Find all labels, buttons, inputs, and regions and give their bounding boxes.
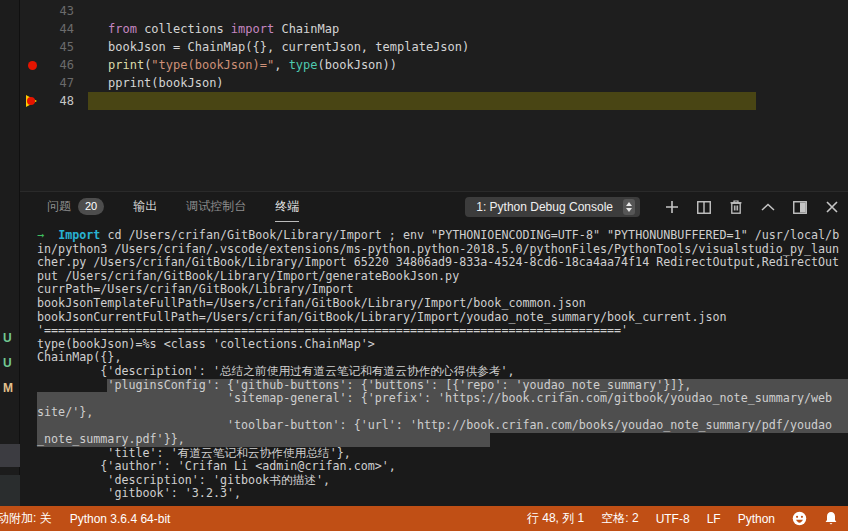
debug-current-line-icon[interactable] (20, 95, 44, 107)
panel-tab-输出[interactable]: 输出 (133, 193, 157, 222)
terminal-session-label: 1: Python Debug Console (476, 200, 613, 214)
terminal-text: in/python3 /Users/crifan/.vscode/extensi… (37, 243, 839, 257)
terminal-text: currPath=/Users/crifan/GitBook/Library/I… (37, 283, 354, 297)
terminal-text: {'description': '总结之前使用过有道云笔记和有道云协作的心得供参… (37, 365, 515, 379)
git-status-badge: M (3, 381, 17, 395)
code-token: bookJson = ChainMap({}, currentJson, tem… (108, 40, 469, 54)
terminal-output[interactable]: → Import cd /Users/crifan/GitBook/Librar… (20, 222, 848, 501)
git-status-badge: U (3, 356, 17, 370)
terminal-line: type(bookJson)=%s <class 'collections.Ch… (37, 338, 848, 352)
statusbar-item[interactable]: LF (707, 512, 721, 526)
explorer-selected-row-edge (0, 444, 20, 467)
terminal-line: {'description': '总结之前使用过有道云笔记和有道云协作的心得供参… (37, 365, 848, 379)
code-token: type (289, 58, 318, 72)
new-terminal-button[interactable] (664, 199, 680, 215)
code-line[interactable]: 48 (20, 92, 848, 110)
close-panel-button[interactable] (824, 199, 840, 215)
terminal-text: Import (58, 229, 100, 243)
statusbar-item[interactable]: 行 48, 列 1 (527, 510, 584, 527)
panel-tab-终端[interactable]: 终端 (275, 193, 299, 222)
terminal-text: cher.py /Users/crifan/GitBook/Library/Im… (37, 256, 839, 270)
terminal-text: 'sitemap-general': {'prefix': 'https://b… (37, 392, 832, 406)
editor-gutter[interactable]: 45 (20, 38, 88, 56)
editor-gutter[interactable]: 46 (20, 56, 88, 74)
split-terminal-button[interactable] (696, 199, 712, 215)
terminal-text: bookJsonCurrentFullPath=/Users/crifan/Gi… (37, 311, 727, 325)
code-token: (bookJson)) (318, 58, 397, 72)
panel-tab-label: 终端 (275, 198, 299, 215)
terminal-line: 'description': 'gitbook书的描述', (37, 474, 848, 488)
code-line[interactable]: 44from collections import ChainMap (20, 20, 848, 38)
panel-tab-调试控制台[interactable]: 调试控制台 (186, 193, 246, 222)
explorer-sidebar-edge: UUM (0, 0, 20, 506)
terminal-session-select[interactable]: 1: Python Debug Console (465, 197, 640, 217)
code-line[interactable]: 45bookJson = ChainMap({}, currentJson, t… (20, 38, 848, 56)
maximize-panel-button[interactable] (760, 199, 776, 215)
line-number: 44 (44, 22, 74, 36)
toggle-panel-position-button[interactable] (792, 199, 808, 215)
code-line[interactable]: 47pprint(bookJson) (20, 74, 848, 92)
line-number: 48 (44, 94, 74, 108)
terminal-line: → Import cd /Users/crifan/GitBook/Librar… (37, 229, 848, 243)
terminal-text: 'gitbook': '3.2.3', (37, 487, 241, 501)
explorer-selected-row-edge (0, 475, 20, 506)
debug-arrow-icon (26, 95, 39, 107)
terminal-text: bookJsonTemplateFullPath=/Users/crifan/G… (37, 297, 586, 311)
bottom-panel: 问题20输出调试控制台终端 1: Python Debug Console (20, 191, 848, 506)
terminal-line: cher.py /Users/crifan/GitBook/Library/Im… (37, 256, 848, 270)
code-token: print (108, 58, 144, 72)
line-number: 45 (44, 40, 74, 54)
terminal-line: bookJsonTemplateFullPath=/Users/crifan/G… (37, 297, 848, 311)
terminal-line: put /Users/crifan/GitBook/Library/Import… (37, 270, 848, 284)
terminal-line: in/python3 /Users/crifan/.vscode/extensi… (37, 243, 848, 257)
line-number: 43 (44, 4, 74, 18)
terminal-line: ChainMap({}, (37, 351, 848, 365)
terminal-selected-text: 'pluginsConfig': {'github-buttons': {'bu… (107, 379, 848, 393)
code-token: from (108, 22, 137, 36)
statusbar-item[interactable]: Python (738, 512, 775, 526)
panel-header: 问题20输出调试控制台终端 1: Python Debug Console (20, 192, 848, 222)
code-text: from collections import ChainMap (108, 22, 339, 36)
terminal-line: 'pluginsConfig': {'github-buttons': {'bu… (37, 379, 848, 393)
code-line[interactable]: 46print("type(bookJson)=", type(bookJson… (20, 56, 848, 74)
terminal-text: '=======================================… (37, 324, 628, 338)
terminal-line: 'title': '有道云笔记和云协作使用总结'}, (37, 447, 848, 461)
statusbar-item[interactable]: Python 3.6.4 64-bit (70, 512, 171, 526)
editor-gutter[interactable]: 48 (20, 92, 88, 110)
status-bar: 动附加: 关Python 3.6.4 64-bit 行 48, 列 1空格: 2… (0, 506, 848, 531)
terminal-line: 'toolbar-button': {'url': 'http://book.c… (37, 419, 848, 433)
statusbar-item[interactable]: UTF-8 (656, 512, 690, 526)
terminal-text: 'title': '有道云笔记和云协作使用总结'}, (37, 447, 351, 461)
panel-tab-问题[interactable]: 问题20 (47, 193, 104, 222)
select-updown-icon (623, 199, 635, 215)
code-token: pprint(bookJson) (108, 76, 224, 90)
terminal-text (44, 229, 58, 243)
editor-gutter[interactable]: 43 (20, 2, 88, 20)
feedback-smiley-icon[interactable] (792, 511, 807, 526)
code-line[interactable]: 43 (20, 2, 848, 20)
terminal-line: site/'}, (37, 406, 848, 420)
statusbar-item[interactable]: 空格: 2 (601, 510, 638, 527)
debug-current-line-highlight (88, 92, 756, 110)
code-editor[interactable]: 4344from collections import ChainMap45bo… (20, 0, 848, 191)
terminal-line: 'gitbook': '3.2.3', (37, 487, 848, 501)
editor-gutter[interactable]: 47 (20, 74, 88, 92)
terminal-line: {'author': 'Crifan Li <admin@crifan.com>… (37, 460, 848, 474)
code-token: "type(bookJson)=" (151, 58, 274, 72)
code-token: collections (137, 22, 231, 36)
problems-count-badge: 20 (78, 198, 104, 215)
breakpoint-icon[interactable] (20, 61, 44, 70)
terminal-text (37, 379, 107, 393)
editor-gutter[interactable]: 44 (20, 20, 88, 38)
code-token: ChainMap (274, 22, 339, 36)
notifications-bell-icon[interactable] (824, 511, 838, 526)
statusbar-item[interactable]: 动附加: 关 (0, 510, 52, 527)
code-text: bookJson = ChainMap({}, currentJson, tem… (108, 40, 469, 54)
terminal-selected-text: _note_summary.pdf'}}, (37, 433, 490, 447)
terminal-text: {'author': 'Crifan Li <admin@crifan.com>… (37, 460, 396, 474)
kill-terminal-button[interactable] (728, 199, 744, 215)
code-text: print("type(bookJson)=", type(bookJson)) (108, 58, 397, 72)
terminal-line: '=======================================… (37, 324, 848, 338)
terminal-line: 'sitemap-general': {'prefix': 'https://b… (37, 392, 848, 406)
terminal-text: site/'}, (37, 406, 93, 420)
